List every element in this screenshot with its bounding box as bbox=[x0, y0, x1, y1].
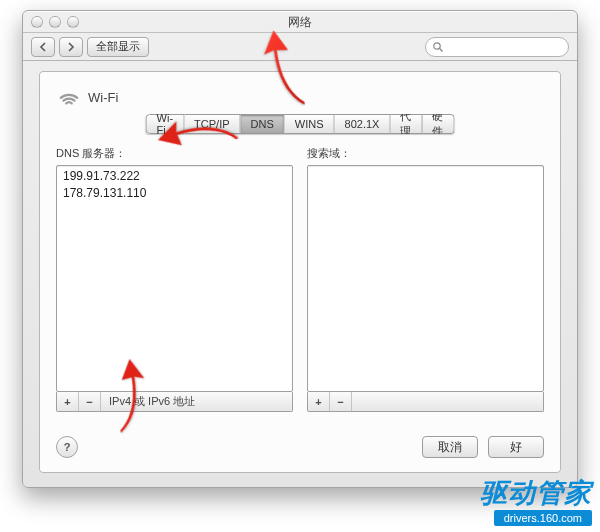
svg-point-0 bbox=[434, 42, 440, 48]
svg-line-1 bbox=[440, 48, 443, 51]
search-field[interactable] bbox=[425, 37, 569, 57]
dns-footer: + − IPv4 或 IPv6 地址 bbox=[56, 392, 293, 412]
show-all-button[interactable]: 全部显示 bbox=[87, 37, 149, 57]
dns-entry[interactable]: 199.91.73.222 bbox=[63, 168, 286, 185]
forward-button[interactable] bbox=[59, 37, 83, 57]
dns-title: DNS 服务器： bbox=[56, 146, 293, 161]
tab-[interactable]: 代理 bbox=[390, 114, 422, 134]
tab-dns[interactable]: DNS bbox=[241, 114, 285, 134]
dns-hint: IPv4 或 IPv6 地址 bbox=[101, 394, 195, 409]
close-button[interactable] bbox=[31, 16, 43, 28]
watermark-text: 驱动管家 bbox=[480, 480, 592, 507]
search-icon bbox=[432, 41, 444, 53]
minimize-button[interactable] bbox=[49, 16, 61, 28]
search-domain-add-button[interactable]: + bbox=[308, 392, 330, 411]
window-controls bbox=[31, 16, 79, 28]
back-button[interactable] bbox=[31, 37, 55, 57]
titlebar: 网络 bbox=[23, 11, 577, 33]
search-domains-column: 搜索域： + − bbox=[307, 146, 544, 412]
settings-sheet: Wi-Fi Wi-FiTCP/IPDNSWINS802.1X代理硬件 DNS 服… bbox=[39, 71, 561, 473]
dns-column: DNS 服务器： 199.91.73.222178.79.131.110 + −… bbox=[56, 146, 293, 412]
tab-wifi[interactable]: Wi-Fi bbox=[146, 114, 185, 134]
toolbar: 全部显示 bbox=[23, 33, 577, 61]
tab-wins[interactable]: WINS bbox=[285, 114, 335, 134]
wifi-icon bbox=[58, 86, 80, 108]
tab-[interactable]: 硬件 bbox=[422, 114, 454, 134]
tab-8021x[interactable]: 802.1X bbox=[335, 114, 391, 134]
watermark-url: drivers.160.com bbox=[494, 510, 592, 526]
zoom-button[interactable] bbox=[67, 16, 79, 28]
search-domain-remove-button[interactable]: − bbox=[330, 392, 352, 411]
dns-entry[interactable]: 178.79.131.110 bbox=[63, 185, 286, 202]
dns-remove-button[interactable]: − bbox=[79, 392, 101, 411]
watermark: 驱动管家 drivers.160.com bbox=[480, 480, 592, 526]
service-header: Wi-Fi bbox=[58, 86, 118, 108]
cancel-button[interactable]: 取消 bbox=[422, 436, 478, 458]
dns-add-button[interactable]: + bbox=[57, 392, 79, 411]
preferences-window: 网络 全部显示 bbox=[22, 10, 578, 488]
tab-tcpip[interactable]: TCP/IP bbox=[184, 114, 240, 134]
ok-button[interactable]: 好 bbox=[488, 436, 544, 458]
search-domains-list[interactable] bbox=[307, 165, 544, 392]
search-domains-title: 搜索域： bbox=[307, 146, 544, 161]
help-button[interactable]: ? bbox=[56, 436, 78, 458]
window-title: 网络 bbox=[23, 11, 577, 33]
tab-bar: Wi-FiTCP/IPDNSWINS802.1X代理硬件 bbox=[146, 114, 455, 134]
service-name: Wi-Fi bbox=[88, 90, 118, 105]
dns-list[interactable]: 199.91.73.222178.79.131.110 bbox=[56, 165, 293, 392]
search-domains-footer: + − bbox=[307, 392, 544, 412]
